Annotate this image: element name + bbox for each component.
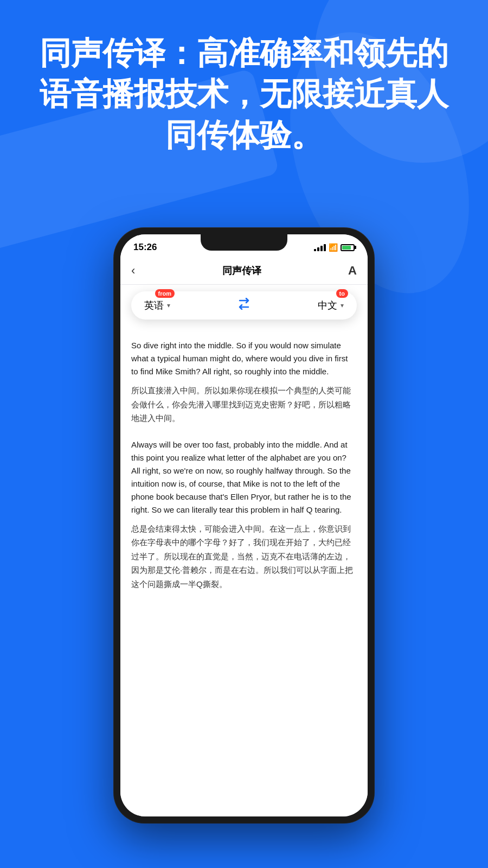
from-lang-arrow: ▾ xyxy=(167,302,170,309)
status-icons: 📶 xyxy=(314,243,355,252)
phone-notch xyxy=(201,234,287,251)
nav-bar: ‹ 同声传译 A xyxy=(120,257,368,285)
status-time: 15:26 xyxy=(133,242,157,253)
main-headline: 同声传译：高准确率和领先的语音播报技术，无限接近真人同传体验。 xyxy=(27,33,461,155)
wifi-icon: 📶 xyxy=(329,243,338,252)
translated-text-2: 总是会结束得太快，可能会进入中间。在这一点上，你意识到你在字母表中的哪个字母？好… xyxy=(131,522,357,591)
from-badge: from xyxy=(155,289,175,298)
to-lang-arrow: ▾ xyxy=(341,302,344,309)
translation-block-1: So dive right into the middle. So if you… xyxy=(131,339,357,425)
signal-icon xyxy=(314,244,326,251)
swap-button[interactable] xyxy=(236,298,252,313)
phone-mockup: 15:26 📶 ‹ 同声传译 A xyxy=(114,228,374,823)
original-text-2: Always will be over too fast, probably i… xyxy=(131,438,357,516)
to-lang-option[interactable]: to 中文 ▾ xyxy=(318,299,344,312)
translation-block-2: Always will be over too fast, probably i… xyxy=(131,438,357,591)
original-text-1: So dive right into the middle. So if you… xyxy=(131,339,357,378)
from-lang-text: 英语 xyxy=(144,299,164,312)
to-lang-text: 中文 xyxy=(318,299,337,312)
from-lang-option[interactable]: from 英语 ▾ xyxy=(144,299,170,312)
battery-icon xyxy=(341,244,355,251)
nav-title: 同声传译 xyxy=(222,264,261,277)
back-button[interactable]: ‹ xyxy=(131,264,135,278)
font-button[interactable]: A xyxy=(348,264,357,278)
lang-pill: from 英语 ▾ to 中文 ▾ xyxy=(131,291,357,320)
lang-selector-container: from 英语 ▾ to 中文 ▾ xyxy=(120,285,368,328)
content-area: So dive right into the middle. So if you… xyxy=(120,328,368,816)
to-badge: to xyxy=(336,289,348,298)
translated-text-1: 所以直接潜入中间。所以如果你现在模拟一个典型的人类可能会做什么，你会先潜入哪里找… xyxy=(131,384,357,425)
